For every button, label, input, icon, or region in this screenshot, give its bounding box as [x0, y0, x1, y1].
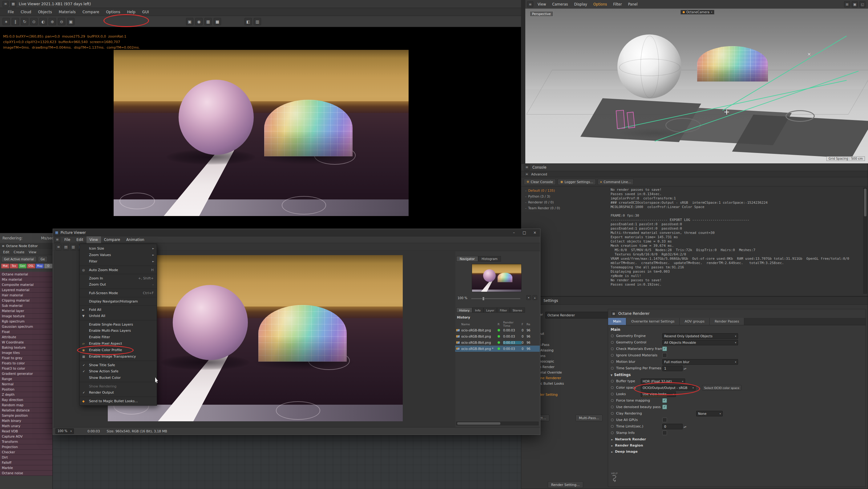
material-node-item[interactable]: Read VDB [0, 429, 52, 434]
material-node-item[interactable]: Z depth [0, 392, 52, 397]
collapsed-section[interactable]: ►Render Region [608, 443, 866, 449]
toolbar-icon[interactable]: ⊕ [49, 18, 56, 25]
panel-menu-icon[interactable]: ≡ [524, 164, 530, 170]
material-node-item[interactable]: Sample position [0, 413, 52, 418]
stepper-icon[interactable]: ▲▼ [684, 426, 686, 427]
live-viewer-titlebar[interactable]: ≡▦ Live Viewer 2021.1-XB1 (937 days left… [0, 0, 525, 8]
title-icon[interactable]: ≡ [2, 1, 9, 7]
view-menu-item[interactable]: ◆ Send to Magic Bullet Looks... [80, 397, 157, 404]
view-menu-item[interactable]: Display Navigator/Histogram [80, 297, 157, 304]
viewport-icon[interactable]: ▣ [852, 1, 858, 7]
node-category-tab[interactable]: OSL [27, 264, 35, 268]
view-menu-item[interactable]: Icon Size ► [80, 245, 157, 252]
octane-tab[interactable]: Main [608, 318, 626, 325]
toolbar-icon[interactable]: ↻ [21, 18, 28, 25]
panel-menu-icon[interactable]: ≡ [54, 237, 60, 243]
keyframe-circle-icon[interactable] [611, 380, 614, 383]
view-menu-item[interactable]: ▦ Enable Image Transparency [80, 353, 157, 360]
node-editor-titlebar[interactable]: ≡Octane Node Editor [0, 243, 52, 249]
material-node-item[interactable]: Range [0, 377, 52, 382]
menu-item[interactable]: Animation [123, 236, 148, 243]
toolbar-icon[interactable]: ≡ [55, 244, 62, 250]
keyframe-circle-icon[interactable] [611, 341, 614, 344]
viewport-menu-icon[interactable]: ≡ [527, 1, 533, 7]
render-setting-button[interactable]: Render Setting... [548, 481, 583, 488]
material-node-item[interactable]: Composite material [0, 282, 52, 287]
menu-item[interactable]: Compare [101, 236, 123, 243]
console-titlebar[interactable]: ≡ Console [521, 164, 868, 171]
panel-tab[interactable]: Info [472, 307, 484, 313]
menu-item[interactable]: Help [123, 8, 138, 16]
material-node-item[interactable]: Float to grey [0, 355, 52, 361]
setting-dropdown[interactable]: Use view looks [641, 391, 676, 397]
select-ocio-button[interactable]: Select OCIO color space [702, 385, 741, 391]
material-node-item[interactable]: Octane noise [0, 470, 52, 476]
console-scrollbar[interactable] [863, 188, 867, 294]
view-menu-item[interactable]: ◎ Auto Zoom Mode H [80, 266, 157, 273]
zoom-slider[interactable] [471, 298, 520, 299]
setting-dropdown[interactable]: None [696, 411, 723, 416]
history-column-header[interactable]: F [522, 323, 527, 326]
scrollbar-thumb[interactable] [457, 422, 500, 425]
material-node-item[interactable]: Image texture [0, 314, 52, 319]
keyframe-circle-icon[interactable] [611, 393, 614, 395]
view-menu-item[interactable]: ▼ Unfold All [80, 313, 157, 319]
history-row[interactable]: ocio-sRGB-8bit.png 0:00:03 0 96 [455, 339, 540, 346]
material-node-item[interactable]: Mix material [0, 277, 52, 282]
menu-item[interactable]: Options [102, 8, 123, 16]
console-source-item[interactable]: Python (3 / 3) [521, 194, 608, 199]
panel-tab[interactable]: Layer [484, 307, 497, 313]
material-node-item[interactable]: Floats to color [0, 361, 52, 366]
view-menu-item[interactable]: Show Rendering [80, 382, 157, 389]
menu-item[interactable]: Compare [79, 8, 102, 16]
scrollbar-thumb[interactable] [864, 189, 866, 216]
menu-item[interactable]: View [534, 0, 549, 9]
material-node-item[interactable]: Random map [0, 402, 52, 408]
material-node-item[interactable]: Sub material [0, 303, 52, 308]
octane-tab[interactable]: Render Passes [710, 318, 745, 325]
mode-icon[interactable]: ≡ [524, 172, 529, 177]
keyframe-circle-icon[interactable] [611, 360, 614, 363]
keyframe-circle-icon[interactable] [611, 431, 614, 434]
setting-checkbox[interactable] [662, 418, 667, 422]
panel-menu-icon[interactable]: ≡ [2, 244, 5, 248]
view-menu-item[interactable]: Full-Screen Mode Ctrl+F [80, 289, 157, 296]
material-node-item[interactable]: Layered material [0, 287, 52, 293]
material-node-item[interactable]: Projection [0, 445, 52, 450]
console-source-item[interactable]: Renderer (0 / 0) [521, 199, 608, 205]
keyframe-circle-icon[interactable] [611, 386, 614, 389]
keyframe-circle-icon[interactable] [611, 399, 614, 402]
menu-item[interactable]: Edit [1, 250, 11, 254]
view-menu-item[interactable]: ✓ Render Output [80, 389, 157, 396]
collapsed-section[interactable]: ►Deep image [608, 449, 866, 455]
setting-dropdown[interactable]: HDR (Float 32-bit) [641, 379, 685, 384]
history-column-header[interactable]: R [498, 323, 503, 326]
menu-item[interactable]: Options [590, 0, 610, 9]
toolbar-icon[interactable]: ⊙ [30, 18, 37, 25]
material-node-item[interactable]: Clipping material [0, 298, 52, 303]
title-icon[interactable]: ▦ [10, 1, 16, 7]
history-column-header[interactable]: Name [461, 323, 498, 326]
node-category-tab[interactable]: Mat [1, 264, 9, 268]
console-mode-label[interactable]: Advanced [531, 172, 547, 176]
keyframe-circle-icon[interactable] [611, 367, 614, 369]
setting-checkbox[interactable] [662, 353, 667, 358]
toolbar-icon[interactable]: ◧ [245, 18, 252, 25]
view-menu-item[interactable]: Filter ► [80, 258, 157, 265]
material-node-item[interactable]: Normal [0, 382, 52, 387]
view-label[interactable]: Perspective [530, 11, 553, 17]
navigator-thumbnail[interactable] [472, 264, 522, 292]
setting-dropdown[interactable]: Resend Only Updated Objects [662, 333, 738, 339]
console-button[interactable]: ◉Logger Settings... [558, 179, 596, 185]
zoom-slider-thumb[interactable] [482, 297, 485, 301]
node-category-tab[interactable]: Gen [19, 264, 27, 268]
menu-item[interactable]: File [61, 236, 73, 243]
setting-number-input[interactable]: 0▲▼ [662, 424, 686, 429]
toolbar-icon[interactable]: ∥ [12, 18, 19, 25]
navigator-tab[interactable]: Histogram [478, 256, 501, 262]
status-zoom-dropdown[interactable]: 100 % [55, 428, 74, 434]
menu-item[interactable]: View [27, 250, 38, 254]
panel-tab[interactable]: Filter [497, 307, 510, 313]
material-node-item[interactable]: Rgb spectrum [0, 319, 52, 324]
console-source-item[interactable]: Team Render (0 / 0) [521, 205, 608, 211]
